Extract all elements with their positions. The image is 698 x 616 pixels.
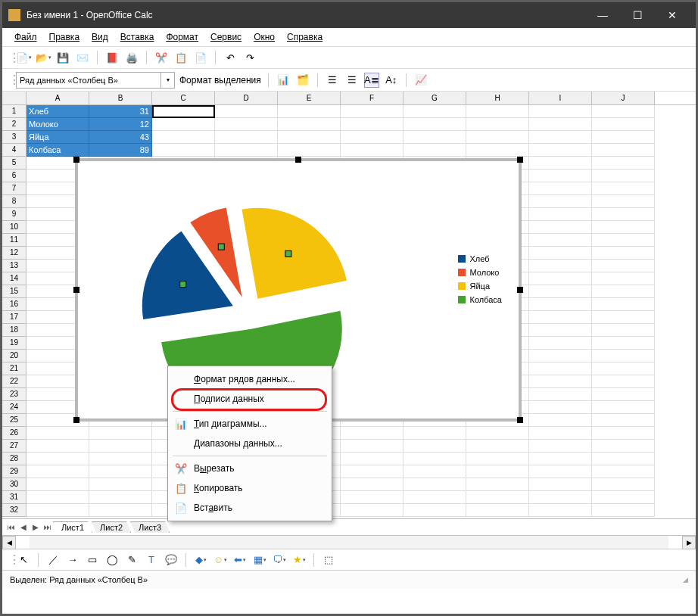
- col-header-J[interactable]: J: [592, 92, 655, 104]
- cm-copy[interactable]: 📋Копировать: [168, 478, 332, 498]
- cm-chart-type[interactable]: 📊Тип диаграммы...: [168, 414, 332, 434]
- resize-handle-icon[interactable]: [73, 287, 79, 293]
- chart-type-button[interactable]: 📊: [276, 73, 291, 88]
- new-doc-button[interactable]: 📄▾: [16, 50, 31, 65]
- col-header-H[interactable]: H: [466, 92, 529, 104]
- menu-format[interactable]: Формат: [160, 30, 204, 44]
- scroll-left-button[interactable]: ◀: [2, 536, 16, 549]
- pdf-export-button[interactable]: 📕: [104, 50, 120, 65]
- select-tool[interactable]: ↖: [16, 552, 31, 568]
- name-box[interactable]: Ряд данных «Столбец B» ▾: [16, 72, 175, 89]
- legend-item[interactable]: Хлеб: [458, 252, 503, 266]
- save-button[interactable]: 💾: [55, 50, 70, 65]
- row-header[interactable]: 1: [2, 105, 26, 118]
- series-handle-icon[interactable]: [218, 244, 224, 250]
- resize-handle-icon[interactable]: [517, 287, 523, 293]
- col-header-E[interactable]: E: [278, 92, 341, 104]
- print-button[interactable]: 🖨️: [124, 50, 139, 65]
- cell-B2[interactable]: 12: [89, 118, 152, 131]
- resize-handle-icon[interactable]: [517, 417, 523, 423]
- col-header-B[interactable]: B: [89, 92, 152, 104]
- cell-B4[interactable]: 89: [89, 144, 152, 157]
- name-box-dropdown-icon[interactable]: ▾: [160, 73, 174, 88]
- redo-button[interactable]: ↷: [242, 50, 257, 65]
- open-button[interactable]: 📂▾: [36, 50, 51, 65]
- col-header-I[interactable]: I: [529, 92, 592, 104]
- cut-button[interactable]: ✂️: [154, 50, 169, 65]
- close-button[interactable]: ✕: [655, 2, 690, 28]
- series-handle-icon[interactable]: [285, 250, 291, 257]
- arrow-tool[interactable]: →: [65, 552, 80, 568]
- undo-button[interactable]: ↶: [223, 50, 238, 65]
- row-header[interactable]: 3: [2, 131, 26, 144]
- col-header-A[interactable]: A: [26, 92, 89, 104]
- menu-help[interactable]: Справка: [281, 30, 329, 44]
- menu-insert[interactable]: Вставка: [114, 30, 160, 44]
- next-sheet-button[interactable]: ▶: [30, 523, 42, 531]
- cm-format-series[interactable]: Формат рядов данных...: [168, 369, 332, 389]
- resize-handle-icon[interactable]: [295, 157, 301, 163]
- cell-A3[interactable]: Яйца: [26, 131, 89, 144]
- pie-slice[interactable]: [242, 208, 347, 299]
- first-sheet-button[interactable]: ⏮: [5, 523, 17, 531]
- resize-grip-icon[interactable]: ◢: [683, 576, 688, 583]
- chart-data-button[interactable]: 🗂️: [295, 73, 310, 88]
- sheet-tab-3[interactable]: Лист3: [130, 521, 170, 533]
- col-header-D[interactable]: D: [215, 92, 278, 104]
- series-handle-icon[interactable]: [180, 282, 186, 288]
- resize-handle-icon[interactable]: [73, 157, 79, 163]
- symbol-shapes-tool[interactable]: ☺▾: [213, 552, 228, 568]
- cell-B1[interactable]: 31: [89, 105, 152, 118]
- cell-B3[interactable]: 43: [89, 131, 152, 144]
- callouts-tool[interactable]: 🗨▾: [272, 552, 287, 568]
- cell-A4[interactable]: Колбаса: [26, 144, 89, 157]
- callout-tool[interactable]: 💬: [164, 552, 179, 568]
- horizontal-scrollbar[interactable]: ◀ ▶: [2, 535, 696, 549]
- text-tool[interactable]: T: [144, 552, 159, 568]
- col-header-C[interactable]: C: [152, 92, 215, 104]
- legend-item[interactable]: Колбаса: [458, 293, 503, 306]
- col-header-G[interactable]: G: [404, 92, 466, 104]
- cell-C1[interactable]: [152, 105, 215, 118]
- prev-sheet-button[interactable]: ◀: [17, 523, 30, 531]
- paste-button[interactable]: 📄: [193, 50, 208, 65]
- maximize-button[interactable]: ☐: [620, 2, 655, 28]
- copy-button[interactable]: 📋: [173, 50, 189, 65]
- chart-legend[interactable]: Хлеб Молоко Яйца Колбаса: [458, 252, 503, 306]
- menu-file[interactable]: Файл: [8, 30, 43, 44]
- col-header-F[interactable]: F: [341, 92, 404, 104]
- scroll-right-button[interactable]: ▶: [682, 536, 696, 549]
- menu-view[interactable]: Вид: [86, 30, 114, 44]
- menu-tools[interactable]: Сервис: [204, 30, 248, 44]
- legend-item[interactable]: Молоко: [458, 266, 503, 279]
- stars-tool[interactable]: ★▾: [291, 552, 307, 568]
- menu-window[interactable]: Окно: [248, 30, 281, 44]
- legend-button[interactable]: A≣: [364, 73, 379, 88]
- cell-A1[interactable]: Хлеб: [26, 105, 89, 118]
- ellipse-tool[interactable]: ◯: [104, 552, 120, 568]
- rect-tool[interactable]: ▭: [85, 552, 100, 568]
- resize-handle-icon[interactable]: [517, 157, 523, 163]
- legend-item[interactable]: Яйца: [458, 279, 503, 293]
- cm-paste[interactable]: 📄Вставить: [168, 498, 332, 518]
- menu-edit[interactable]: Правка: [43, 30, 86, 44]
- flowchart-tool[interactable]: ▦▾: [252, 552, 267, 568]
- format-selection-button[interactable]: Формат выделения: [179, 75, 261, 86]
- resize-handle-icon[interactable]: [73, 417, 79, 423]
- layout-button[interactable]: 📈: [413, 73, 428, 88]
- email-button[interactable]: ✉️: [75, 50, 90, 65]
- freeform-tool[interactable]: ✎: [124, 552, 139, 568]
- cm-data-ranges[interactable]: Диапазоны данных...: [168, 434, 332, 453]
- grid-h-button[interactable]: ☰: [325, 73, 340, 88]
- sheet-tab-2[interactable]: Лист2: [92, 521, 131, 533]
- cell-A2[interactable]: Молоко: [26, 118, 89, 131]
- basic-shapes-tool[interactable]: ◆▾: [193, 552, 208, 568]
- row-header[interactable]: 4: [2, 144, 26, 157]
- sheet-tab-1[interactable]: Лист1: [53, 521, 92, 533]
- cm-cut[interactable]: ✂️Вырезать: [168, 459, 332, 478]
- block-arrows-tool[interactable]: ⬅▾: [232, 552, 248, 568]
- last-sheet-button[interactable]: ⏭: [42, 523, 54, 531]
- grid-v-button[interactable]: ☰: [344, 73, 360, 88]
- scale-text-button[interactable]: A↕: [384, 73, 399, 88]
- minimize-button[interactable]: —: [585, 2, 620, 28]
